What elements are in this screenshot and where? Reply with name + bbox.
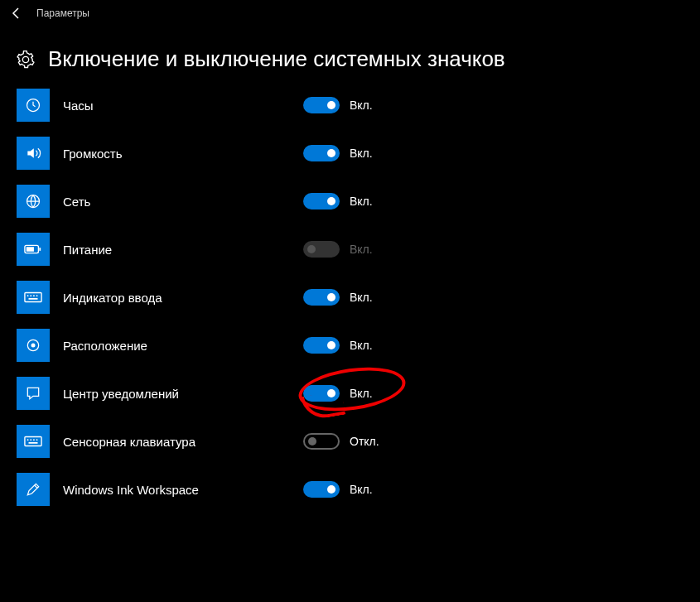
setting-row: Центр уведомленийВкл. bbox=[17, 377, 683, 410]
toggle-knob bbox=[327, 101, 336, 109]
svg-point-8 bbox=[33, 295, 35, 296]
setting-row: ПитаниеВкл. bbox=[17, 233, 683, 266]
setting-label: Сенсорная клавиатура bbox=[63, 435, 295, 449]
toggle-knob bbox=[327, 389, 336, 397]
svg-point-15 bbox=[30, 439, 31, 441]
toggle-knob bbox=[308, 437, 316, 445]
svg-rect-13 bbox=[25, 437, 41, 446]
toggle-wrap: Вкл. bbox=[303, 145, 373, 161]
svg-point-14 bbox=[27, 439, 29, 441]
page-title: Включение и выключение системных значков bbox=[48, 46, 505, 72]
svg-rect-5 bbox=[25, 293, 41, 302]
setting-label: Windows Ink Workspace bbox=[63, 483, 295, 497]
setting-label: Сеть bbox=[63, 195, 295, 209]
toggle-switch[interactable] bbox=[303, 193, 340, 209]
toggle-knob bbox=[327, 197, 336, 205]
toggle-wrap: Вкл. bbox=[303, 241, 373, 258]
toggle-knob bbox=[327, 485, 336, 494]
toggle-state-label: Вкл. bbox=[350, 387, 373, 400]
pen-icon bbox=[17, 473, 50, 506]
toggle-switch[interactable] bbox=[303, 289, 340, 306]
keyboard-icon bbox=[17, 281, 50, 314]
toggle-state-label: Вкл. bbox=[350, 339, 373, 352]
gear-icon bbox=[17, 51, 35, 69]
setting-label: Расположение bbox=[63, 339, 295, 353]
notification-icon bbox=[17, 377, 50, 410]
window-title: Параметры bbox=[36, 7, 89, 19]
setting-row: РасположениеВкл. bbox=[17, 329, 683, 362]
svg-point-6 bbox=[27, 295, 29, 296]
setting-row: Сенсорная клавиатураОткл. bbox=[17, 425, 683, 458]
toggle-state-label: Вкл. bbox=[350, 99, 373, 112]
back-button[interactable] bbox=[10, 7, 23, 20]
toggle-switch[interactable] bbox=[303, 481, 340, 498]
setting-row: ГромкостьВкл. bbox=[17, 137, 683, 170]
toggle-wrap: Вкл. bbox=[303, 385, 373, 402]
toggle-state-label: Откл. bbox=[350, 435, 379, 448]
toggle-knob bbox=[327, 341, 336, 349]
toggle-wrap: Вкл. bbox=[303, 481, 373, 498]
toggle-state-label: Вкл. bbox=[350, 147, 373, 160]
svg-point-17 bbox=[36, 439, 38, 441]
battery-icon bbox=[17, 233, 50, 266]
svg-rect-18 bbox=[29, 442, 38, 444]
toggle-state-label: Вкл. bbox=[350, 195, 373, 208]
svg-point-16 bbox=[33, 439, 35, 441]
toggle-switch bbox=[303, 241, 340, 258]
toggle-wrap: Вкл. bbox=[303, 193, 373, 209]
volume-icon bbox=[17, 137, 50, 170]
setting-label: Питание bbox=[63, 243, 295, 257]
svg-point-7 bbox=[30, 295, 31, 296]
toggle-switch[interactable] bbox=[303, 337, 340, 354]
setting-row: Индикатор вводаВкл. bbox=[17, 281, 683, 314]
keyboard-icon bbox=[17, 425, 50, 458]
toggle-switch[interactable] bbox=[303, 145, 340, 161]
svg-point-12 bbox=[31, 344, 36, 348]
toggle-switch[interactable] bbox=[303, 433, 340, 450]
svg-rect-10 bbox=[29, 298, 38, 300]
toggle-state-label: Вкл. bbox=[350, 291, 373, 304]
toggle-switch[interactable] bbox=[303, 97, 340, 113]
toggle-state-label: Вкл. bbox=[350, 483, 373, 496]
toggle-switch[interactable] bbox=[303, 385, 340, 402]
svg-rect-3 bbox=[39, 248, 41, 251]
setting-row: СетьВкл. bbox=[17, 185, 683, 218]
location-icon bbox=[17, 329, 50, 362]
svg-point-9 bbox=[36, 295, 38, 296]
setting-row: ЧасыВкл. bbox=[17, 89, 683, 122]
setting-label: Индикатор ввода bbox=[63, 291, 295, 305]
setting-label: Громкость bbox=[63, 147, 295, 161]
toggle-knob bbox=[327, 149, 336, 157]
setting-row: Windows Ink WorkspaceВкл. bbox=[17, 473, 683, 506]
clock-icon bbox=[17, 89, 50, 122]
globe-icon bbox=[17, 185, 50, 218]
toggle-wrap: Вкл. bbox=[303, 337, 373, 354]
toggle-state-label: Вкл. bbox=[350, 243, 373, 256]
back-arrow-icon bbox=[10, 7, 23, 20]
toggle-knob bbox=[327, 293, 336, 301]
toggle-knob bbox=[307, 245, 316, 253]
setting-label: Часы bbox=[63, 99, 295, 113]
toggle-wrap: Откл. bbox=[303, 433, 379, 450]
toggle-wrap: Вкл. bbox=[303, 97, 373, 113]
toggle-wrap: Вкл. bbox=[303, 289, 373, 306]
setting-label: Центр уведомлений bbox=[63, 387, 295, 401]
svg-rect-4 bbox=[27, 247, 34, 252]
